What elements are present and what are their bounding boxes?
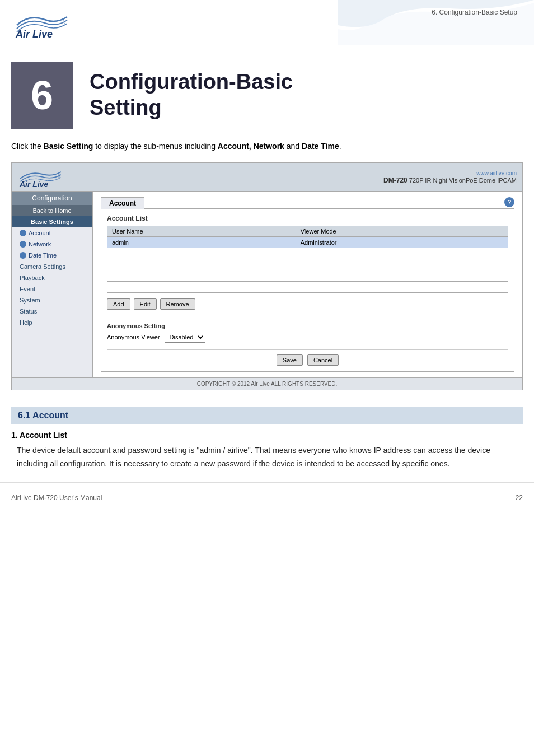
sidebar-item-account[interactable]: Account	[12, 227, 92, 239]
sidebar-item-datetime-label: Date Time	[29, 252, 57, 259]
sidebar-item-network[interactable]: Network	[12, 239, 92, 250]
save-cancel-row: Save Cancel	[107, 354, 508, 366]
section-61-sub1-title: 1. Account List	[11, 431, 523, 440]
anon-viewer-select[interactable]: Disabled Enabled	[165, 332, 205, 343]
section-61-heading: 6.1 Account	[11, 407, 523, 424]
account-dot-icon	[20, 230, 26, 236]
ui-footer: COPYRIGHT © 2012 Air Live ALL RIGHTS RES…	[12, 377, 522, 390]
footer-left: AirLive DM-720 User's Manual	[11, 494, 102, 502]
col-viewermode: Viewer Mode	[296, 226, 508, 237]
table-row-empty	[107, 248, 508, 259]
cancel-button[interactable]: Cancel	[307, 354, 339, 366]
datetime-dot-icon	[20, 252, 26, 259]
chapter-header-label: 6. Configuration-Basic Setup	[432, 8, 517, 16]
table-row-empty	[107, 270, 508, 282]
sidebar-back-home[interactable]: Back to Home	[12, 205, 92, 216]
sidebar-status[interactable]: Status	[12, 306, 92, 317]
add-button[interactable]: Add	[107, 298, 130, 310]
section-61-body: The device default account and password …	[11, 444, 523, 471]
save-button[interactable]: Save	[277, 354, 303, 366]
chapter-block: 6 Configuration-Basic Setting	[11, 62, 523, 129]
intro-paragraph: Click the Basic Setting to display the s…	[11, 140, 523, 152]
ui-airlive-logo: Air Live ®	[17, 166, 68, 188]
sidebar-item-network-label: Network	[29, 241, 51, 248]
ui-screenshot-panel: Air Live ® www.airlive.com DM-720 720P I…	[11, 162, 523, 390]
account-list-heading: Account List	[107, 214, 508, 222]
svg-text:®: ®	[58, 174, 61, 178]
table-row[interactable]: admin Administrator	[107, 237, 508, 248]
page-footer: AirLive DM-720 User's Manual 22	[0, 482, 534, 507]
ui-body: Configuration Back to Home Basic Setting…	[12, 192, 522, 377]
ui-brand-info: www.airlive.com DM-720 720P IR Night Vis…	[383, 170, 517, 184]
footer-page-number: 22	[516, 494, 523, 502]
remove-button[interactable]: Remove	[160, 298, 195, 310]
tab-content-account: Account List User Name Viewer Mode admin…	[101, 208, 514, 372]
ui-logo: Air Live ®	[17, 166, 68, 188]
cell-viewermode: Administrator	[296, 237, 508, 248]
account-buttons: Add Edit Remove	[107, 298, 508, 310]
sidebar-item-datetime[interactable]: Date Time	[12, 250, 92, 261]
account-table: User Name Viewer Mode admin Administrato…	[107, 226, 508, 293]
sidebar-item-account-label: Account	[29, 230, 51, 236]
sidebar-help[interactable]: Help	[12, 317, 92, 328]
section-61-block: 6.1 Account 1. Account List The device d…	[11, 407, 523, 471]
chapter-title: Configuration-Basic Setting	[90, 69, 293, 120]
chapter-number: 6	[11, 62, 73, 129]
svg-text:Air Live: Air Live	[19, 180, 49, 188]
anon-viewer-label: Anonymous Viewer	[107, 334, 160, 340]
sidebar-playback[interactable]: Playback	[12, 272, 92, 283]
cell-username: admin	[107, 237, 296, 248]
sidebar-system[interactable]: System	[12, 295, 92, 306]
account-tab[interactable]: Account	[101, 197, 144, 209]
sidebar-camera-settings[interactable]: Camera Settings	[12, 261, 92, 272]
network-dot-icon	[20, 241, 26, 248]
sidebar-config-label: Configuration	[12, 192, 92, 205]
anon-viewer-row: Anonymous Viewer Disabled Enabled	[107, 332, 508, 343]
table-row-empty	[107, 282, 508, 293]
sidebar-basic-settings[interactable]: Basic Settings	[12, 216, 92, 227]
col-username: User Name	[107, 226, 296, 237]
header-wave-decoration	[338, 0, 534, 45]
sidebar-event[interactable]: Event	[12, 283, 92, 295]
table-row-empty	[107, 259, 508, 270]
help-icon-button[interactable]: ?	[504, 197, 514, 207]
edit-button[interactable]: Edit	[134, 298, 157, 310]
ui-main-content: Account ? Account List User Name Viewer …	[93, 192, 522, 377]
anon-section-heading: Anonymous Setting	[107, 323, 508, 329]
ui-topbar: Air Live ® www.airlive.com DM-720 720P I…	[12, 163, 522, 192]
ui-sidebar: Configuration Back to Home Basic Setting…	[12, 192, 93, 377]
